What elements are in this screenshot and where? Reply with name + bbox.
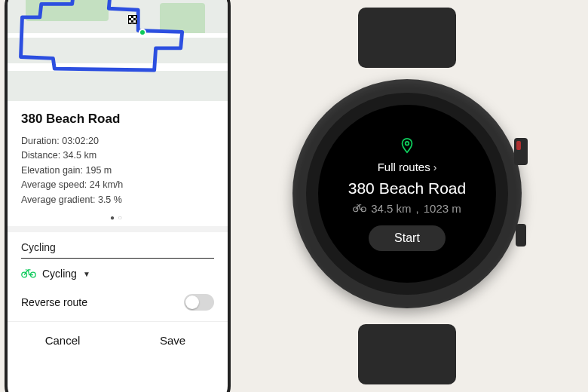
finish-flag-icon	[128, 15, 137, 24]
reverse-route-label: Reverse route	[21, 296, 87, 308]
bike-icon	[21, 268, 36, 280]
watch-route-title: 380 Beach Road	[348, 179, 466, 198]
watch-band-bottom	[358, 324, 456, 384]
stat-elevation: Elevation gain: 195 m	[21, 164, 214, 178]
watch-screen: Full routes › 380 Beach Road 34.5 km, 10…	[318, 105, 496, 283]
location-pin-icon	[399, 136, 415, 159]
watch-route-stats: 34.5 km, 1023 m	[353, 202, 461, 215]
route-title: 380 Beach Road	[21, 112, 214, 127]
reverse-route-row: Reverse route	[8, 283, 228, 321]
route-info-panel: 380 Beach Road Duration: 03:02:20 Distan…	[8, 101, 228, 226]
watch-case: Full routes › 380 Beach Road 34.5 km, 10…	[292, 79, 522, 308]
start-button[interactable]: Start	[369, 225, 446, 251]
stat-speed: Average speed: 24 km/h	[21, 178, 214, 192]
watch-device: Full routes › 380 Beach Road 34.5 km, 10…	[271, 15, 543, 377]
reverse-route-toggle[interactable]	[184, 294, 214, 311]
save-button[interactable]: Save	[118, 322, 228, 359]
full-routes-link[interactable]: Full routes ›	[378, 161, 437, 173]
start-point-icon	[139, 29, 146, 36]
stat-distance: Distance: 34.5 km	[21, 149, 214, 163]
route-polyline	[8, 0, 228, 98]
page-indicator: ●○	[21, 207, 214, 223]
activity-section: Cycling Cycling ▼	[8, 232, 228, 283]
watch-band-top	[358, 8, 456, 68]
watch-bottom-button[interactable]	[516, 224, 526, 247]
route-map[interactable]	[8, 0, 228, 101]
stat-duration: Duration: 03:02:20	[21, 134, 214, 149]
watch-top-button[interactable]	[514, 138, 528, 165]
action-bar: Cancel Save	[8, 321, 228, 359]
chevron-down-icon: ▼	[83, 270, 90, 278]
svg-point-2	[406, 142, 409, 145]
stat-gradient: Average gradient: 3.5 %	[21, 193, 214, 207]
activity-select[interactable]: Cycling ▼	[21, 268, 214, 280]
bike-icon	[353, 202, 366, 215]
full-routes-label: Full routes	[378, 161, 430, 173]
cancel-button[interactable]: Cancel	[8, 322, 118, 359]
activity-selected-label: Cycling	[42, 268, 77, 280]
activity-section-header: Cycling	[21, 241, 214, 259]
phone-frame: 380 Beach Road Duration: 03:02:20 Distan…	[5, 0, 231, 392]
chevron-right-icon: ›	[433, 161, 437, 173]
section-divider	[8, 226, 228, 232]
